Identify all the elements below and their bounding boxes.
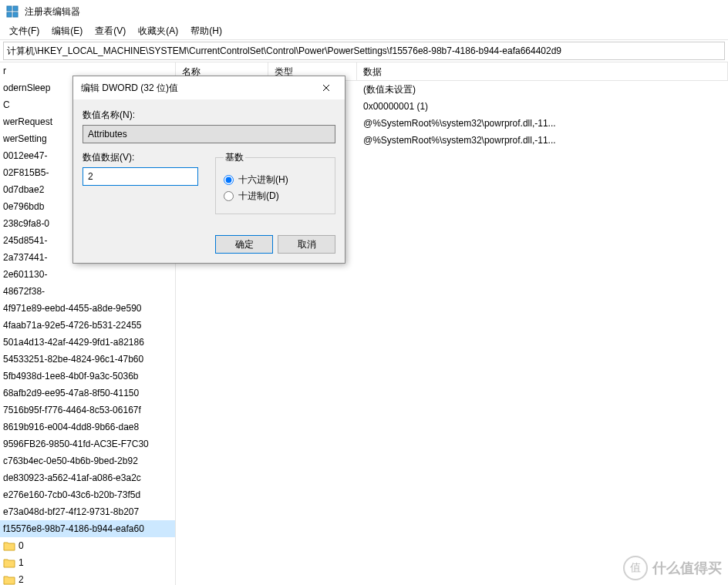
tree-item-label: C: [3, 99, 10, 110]
tree-item-label: e73a048d-bf27-4f12-9731-8b207: [3, 506, 139, 517]
watermark-text: 什么值得买: [652, 559, 722, 577]
tree-item-label: c763b4ec-0e50-4b6b-9bed-2b92: [3, 456, 138, 466]
radio-dec-label: 十进制(D): [238, 190, 279, 203]
tree-item-label: 501a4d13-42af-4429-9fd1-a82186: [3, 337, 144, 348]
address-path: 计算机\HKEY_LOCAL_MACHINE\SYSTEM\CurrentCon…: [7, 45, 561, 58]
close-icon[interactable]: [311, 77, 342, 99]
address-bar[interactable]: 计算机\HKEY_LOCAL_MACHINE\SYSTEM\CurrentCon…: [3, 42, 725, 60]
dialog-title: 编辑 DWORD (32 位)值: [81, 82, 178, 95]
value-name-label: 数值名称(N):: [83, 109, 335, 122]
tree-item-label: 245d8541-: [3, 235, 47, 246]
base-legend: 基数: [224, 151, 245, 164]
tree-item-label: e276e160-7cb0-43c6-b20b-73f5d: [3, 489, 140, 500]
tree-item-label: 7516b95f-f776-4464-8c53-06167f: [3, 405, 141, 415]
radio-dec[interactable]: [224, 191, 234, 201]
tree-item-label: 54533251-82be-4824-96c1-47b60: [3, 354, 143, 365]
tree-item[interactable]: 4faab71a-92e5-4726-b531-22455: [0, 317, 175, 334]
tree-item-label: 238c9fa8-0: [3, 218, 49, 229]
menubar: 文件(F) 编辑(E) 查看(V) 收藏夹(A) 帮助(H): [0, 23, 728, 40]
dialog-titlebar[interactable]: 编辑 DWORD (32 位)值: [73, 76, 345, 99]
tree-item[interactable]: 48672f38-: [0, 283, 175, 300]
svg-rect-1: [13, 6, 18, 11]
tree-item[interactable]: 1: [0, 554, 175, 571]
cell-data: (数值未设置): [363, 83, 722, 96]
tree-item[interactable]: c763b4ec-0e50-4b6b-9bed-2b92: [0, 452, 175, 469]
radio-hex-row[interactable]: 十六进制(H): [224, 173, 327, 187]
cell-data: @%SystemRoot%\system32\powrprof.dll,-11.…: [363, 135, 722, 146]
tree-item-label: 5fb4938d-1ee8-4b0f-9a3c-5036b: [3, 371, 138, 382]
titlebar: 注册表编辑器: [0, 0, 728, 23]
tree-item[interactable]: 2e601130-: [0, 266, 175, 283]
cell-data: 0x00000001 (1): [363, 101, 722, 112]
cancel-button[interactable]: 取消: [278, 235, 335, 254]
tree-item-label: r: [3, 66, 6, 76]
tree-item-label: 68afb2d9-ee95-47a8-8f50-41150: [3, 388, 139, 398]
tree-item-label: 2e601130-: [3, 269, 47, 280]
tree-item-label: 4faab71a-92e5-4726-b531-22455: [3, 320, 142, 331]
regedit-icon: [6, 5, 19, 18]
tree-item-label: 8619b916-e004-4dd8-9b66-dae8: [3, 422, 139, 432]
tree-item[interactable]: e73a048d-bf27-4f12-9731-8b207: [0, 503, 175, 520]
col-header-data[interactable]: 数据: [357, 62, 728, 80]
dialog-body: 数值名称(N): 数值数据(V): 基数 十六进制(H) 十进制(D): [73, 99, 345, 224]
tree-item-label: werRequest: [3, 116, 52, 127]
tree-item-label: odernSleep: [3, 82, 50, 93]
dialog-buttons: 确定 取消: [215, 235, 335, 254]
value-data-label: 数值数据(V):: [83, 151, 198, 164]
tree-item[interactable]: 7516b95f-f776-4464-8c53-06167f: [0, 402, 175, 419]
watermark-badge: 值: [623, 556, 648, 580]
cell-data: @%SystemRoot%\system32\powrprof.dll,-11.…: [363, 118, 722, 129]
tree-item[interactable]: de830923-a562-41af-a086-e3a2c: [0, 469, 175, 486]
tree-item-label: 0d7dbae2: [3, 184, 44, 195]
tree-item[interactable]: e276e160-7cb0-43c6-b20b-73f5d: [0, 486, 175, 503]
menu-file[interactable]: 文件(F): [3, 23, 46, 39]
svg-rect-0: [7, 6, 12, 11]
tree-item-label: werSetting: [3, 133, 47, 144]
menu-view[interactable]: 查看(V): [89, 23, 132, 39]
tree-item[interactable]: 501a4d13-42af-4429-9fd1-a82186: [0, 334, 175, 351]
tree-item[interactable]: 0: [0, 537, 175, 554]
tree-item[interactable]: 2: [0, 571, 175, 585]
svg-rect-3: [13, 12, 18, 17]
tree-item[interactable]: 5fb4938d-1ee8-4b0f-9a3c-5036b: [0, 368, 175, 385]
radio-hex-label: 十六进制(H): [238, 173, 288, 187]
edit-dword-dialog: 编辑 DWORD (32 位)值 数值名称(N): 数值数据(V): 基数 十六…: [72, 76, 345, 264]
tree-item-label: 4f971e89-eebd-4455-a8de-9e590: [3, 303, 142, 314]
tree-item-label: 48672f38-: [3, 286, 45, 297]
window-title: 注册表编辑器: [25, 5, 80, 18]
ok-button[interactable]: 确定: [215, 235, 273, 254]
tree-item-label: 0e796bdb: [3, 201, 44, 212]
tree-item-label: f15576e8-98b7-4186-b944-eafa60: [3, 523, 144, 534]
menu-help[interactable]: 帮助(H): [184, 23, 228, 39]
tree-item-label: 9596FB26-9850-41fd-AC3E-F7C30: [3, 439, 149, 449]
tree-item[interactable]: f15576e8-98b7-4186-b944-eafa60: [0, 520, 175, 537]
tree-item-label: 2: [19, 574, 24, 585]
tree-item-label: de830923-a562-41af-a086-e3a2c: [3, 472, 141, 483]
menu-edit[interactable]: 编辑(E): [46, 23, 89, 39]
base-fieldset: 基数 十六进制(H) 十进制(D): [215, 151, 335, 214]
tree-item[interactable]: 68afb2d9-ee95-47a8-8f50-41150: [0, 385, 175, 402]
tree-item[interactable]: 9596FB26-9850-41fd-AC3E-F7C30: [0, 435, 175, 452]
tree-item[interactable]: 54533251-82be-4824-96c1-47b60: [0, 351, 175, 368]
tree-item[interactable]: 4f971e89-eebd-4455-a8de-9e590: [0, 300, 175, 317]
svg-rect-2: [7, 12, 12, 17]
tree-item-label: 1: [19, 557, 24, 568]
tree-item-label: 02F815B5-: [3, 167, 49, 178]
watermark: 值 什么值得买: [623, 556, 722, 580]
tree-item-label: 0012ee47-: [3, 150, 47, 161]
tree-item[interactable]: 8619b916-e004-4dd8-9b66-dae8: [0, 419, 175, 435]
radio-hex[interactable]: [224, 175, 234, 185]
tree-item-label: 0: [19, 540, 24, 551]
value-data-field[interactable]: [83, 167, 198, 186]
menu-favorites[interactable]: 收藏夹(A): [132, 23, 184, 39]
tree-item-label: 2a737441-: [3, 252, 47, 263]
radio-dec-row[interactable]: 十进制(D): [224, 190, 327, 203]
value-name-field[interactable]: [83, 125, 335, 143]
